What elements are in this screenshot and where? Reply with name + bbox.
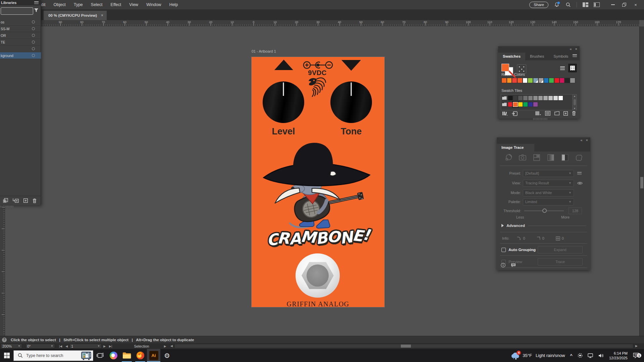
target-circle-icon[interactable] (32, 34, 35, 37)
tab-brushes[interactable]: Brushes (525, 53, 549, 60)
advanced-label[interactable]: Advanced (506, 224, 525, 228)
target-circle-icon[interactable] (32, 41, 35, 44)
black-white-preset-icon[interactable] (561, 154, 569, 162)
delete-swatch-icon[interactable] (572, 111, 576, 116)
gray-swatch-tile[interactable] (508, 96, 513, 101)
vertical-scrollbar[interactable] (639, 26, 644, 336)
zoom-level-dropdown[interactable]: 200%▼ (1, 344, 22, 349)
close-panel-icon[interactable]: × (586, 138, 588, 142)
filter-funnel-icon[interactable] (34, 8, 39, 13)
recent-color-swatch[interactable] (523, 78, 528, 83)
panel-resize-grip[interactable] (533, 118, 547, 120)
tiles-scrollbar-thumb[interactable] (574, 99, 576, 105)
panel-menu-icon[interactable] (34, 1, 39, 4)
next-artboard-icon[interactable]: ▶ (103, 345, 106, 348)
recent-color-swatch[interactable] (554, 78, 559, 83)
action-center-button[interactable]: 1 (631, 353, 644, 358)
vertical-ruler[interactable] (0, 205, 5, 337)
feedback-comment-icon[interactable] (511, 263, 516, 267)
new-color-group-icon[interactable] (554, 111, 559, 115)
grid-view-button[interactable] (568, 64, 577, 72)
advanced-expander-icon[interactable] (501, 224, 504, 227)
color-swatch-tile[interactable] (528, 102, 533, 107)
folder-icon[interactable] (502, 96, 507, 100)
first-artboard-icon[interactable]: |◀ (59, 345, 62, 348)
network-icon[interactable] (585, 353, 596, 358)
scroll-up-icon[interactable]: ▲ (574, 95, 576, 97)
recent-color-swatch[interactable] (538, 78, 544, 83)
list-item[interactable]: TE (0, 39, 41, 46)
gray-swatch-tile[interactable] (543, 96, 548, 101)
level-knob[interactable] (263, 81, 304, 123)
show-swatch-kinds-icon[interactable] (535, 111, 541, 116)
menu-item-help[interactable]: Help (169, 2, 178, 7)
list-item[interactable]: os (0, 19, 41, 25)
fill-color-swatch[interactable] (501, 64, 509, 71)
mode-dropdown[interactable]: Black and White▼ (523, 189, 574, 196)
list-item[interactable]: kground (0, 52, 41, 59)
recent-color-swatch[interactable] (507, 78, 512, 83)
copilot-button[interactable] (107, 349, 120, 362)
weather-widget[interactable]: 4 35°F Light rain/snow (507, 351, 568, 360)
color-swatch-tile[interactable] (513, 102, 518, 107)
target-circle-icon[interactable] (32, 47, 35, 50)
collapse-panel-icon[interactable]: « (570, 47, 572, 51)
search-icon[interactable] (565, 2, 571, 8)
gray-swatch-tile[interactable] (513, 96, 518, 101)
expand-button[interactable]: Expand (538, 246, 583, 253)
status-expand-icon[interactable]: ▶ (164, 345, 166, 348)
document-tab[interactable]: 00 % (CMYK/CPU Preview) × (44, 11, 107, 20)
palette-dropdown[interactable]: Limited▼ (523, 198, 574, 205)
recent-color-swatch[interactable] (544, 78, 549, 83)
auto-color-preset-icon[interactable] (504, 154, 513, 162)
list-item[interactable]: SS-M (0, 25, 41, 32)
horizontal-scrollbar[interactable] (174, 344, 633, 348)
recent-color-swatch[interactable] (549, 78, 554, 83)
menu-item-type[interactable]: Type (74, 2, 83, 7)
share-button[interactable]: Share (529, 2, 548, 8)
volume-icon[interactable] (596, 353, 606, 358)
taskbar-search-input[interactable]: Type here to search (13, 350, 93, 361)
trash-icon[interactable] (33, 198, 37, 203)
last-artboard-icon[interactable]: ▶| (109, 345, 112, 348)
target-circle-icon[interactable] (32, 20, 35, 23)
close-panel-icon[interactable]: × (575, 47, 577, 51)
view-dropdown[interactable]: Tracing Result▼ (523, 180, 574, 187)
menu-item-object[interactable]: Object (54, 2, 66, 7)
preset-dropdown[interactable]: [Default]▼ (523, 170, 574, 177)
prev-artboard-icon[interactable]: ◀ (65, 345, 68, 348)
document-close-icon[interactable]: × (101, 13, 103, 18)
meet-now-icon[interactable] (575, 353, 585, 358)
recent-color-swatch[interactable] (512, 78, 517, 83)
artboard-label[interactable]: 01 - Artboard 1 (252, 49, 276, 53)
artboard-pedal-design[interactable]: 9VDC Level Tone (252, 57, 384, 307)
vertical-scrollbar-thumb[interactable] (640, 177, 643, 188)
tab-symbols[interactable]: Symbols (549, 53, 573, 60)
new-item-icon[interactable] (23, 198, 28, 203)
gray-swatch-tile[interactable] (533, 96, 538, 101)
search-highlight-snowman-icon[interactable] (80, 351, 92, 360)
panel-layout-icon[interactable] (594, 2, 600, 8)
recent-color-swatch[interactable] (559, 78, 565, 83)
recent-color-swatch[interactable] (570, 78, 575, 83)
close-button[interactable]: × (630, 0, 641, 9)
recent-color-swatch[interactable] (533, 78, 538, 83)
high-color-preset-icon[interactable] (519, 154, 527, 162)
gray-swatch-tile[interactable] (548, 96, 553, 101)
target-circle-icon[interactable] (32, 27, 35, 30)
menu-item-view[interactable]: View (129, 2, 138, 7)
eye-icon[interactable] (577, 181, 583, 185)
add-to-library-icon[interactable] (512, 111, 518, 116)
auto-grouping-checkbox[interactable] (501, 248, 506, 252)
swatch-libraries-icon[interactable] (502, 111, 507, 116)
workspace-switcher-icon[interactable] (582, 2, 588, 8)
panel-resize-grip[interactable] (1, 205, 14, 207)
artboard-number-dropdown[interactable]: 1▼ (69, 344, 102, 349)
firefox-button[interactable] (133, 349, 147, 362)
clock-widget[interactable]: 6:14 PM 12/23/2025 (606, 351, 631, 360)
footswitch[interactable] (296, 253, 340, 298)
recent-color-swatch[interactable] (501, 78, 507, 83)
horizontal-ruler[interactable]: 9080706050403020100102030405060708090100… (0, 20, 639, 26)
color-swatch-tile[interactable] (533, 102, 538, 107)
threshold-slider-handle[interactable] (542, 208, 547, 213)
